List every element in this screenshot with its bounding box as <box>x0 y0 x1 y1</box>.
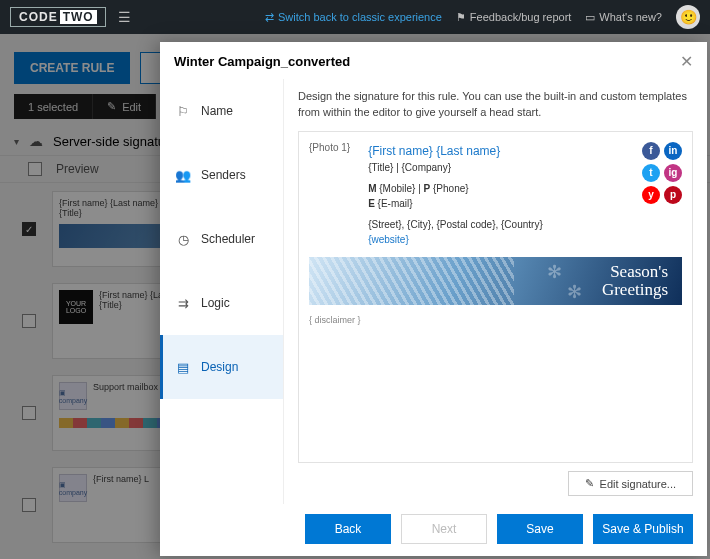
logo-text-1: CODE <box>19 10 58 24</box>
step-logic[interactable]: ⇉ Logic <box>160 271 283 335</box>
logo: CODETWO <box>10 7 106 27</box>
page: CREATE RULE 1 selected ✎Edit ▾ ☁ Server-… <box>0 34 710 559</box>
feedback-label: Feedback/bug report <box>470 11 572 23</box>
close-icon[interactable]: ✕ <box>680 52 693 71</box>
whats-new-label: What's new? <box>599 11 662 23</box>
save-publish-button[interactable]: Save & Publish <box>593 514 693 544</box>
sig-address: {Street}, {City}, {Postal code}, {Countr… <box>368 217 624 232</box>
seasons-greetings-banner: ✻ ✻ Season's Greetings <box>309 257 682 305</box>
whats-new-link[interactable]: ▭ What's new? <box>585 11 662 24</box>
pencil-icon: ✎ <box>585 477 594 490</box>
step-label: Senders <box>201 168 246 182</box>
step-label: Name <box>201 104 233 118</box>
save-button[interactable]: Save <box>497 514 583 544</box>
edit-signature-label: Edit signature... <box>600 478 676 490</box>
feedback-icon: ⚑ <box>456 11 466 24</box>
back-button[interactable]: Back <box>305 514 391 544</box>
sig-name: {First name} {Last name} <box>368 142 624 160</box>
step-label: Scheduler <box>201 232 255 246</box>
sig-title-line: {Title} | {Company} <box>368 160 624 175</box>
menu-icon[interactable]: ☰ <box>118 9 131 25</box>
book-icon: ▭ <box>585 11 595 24</box>
switch-experience-link[interactable]: ⇄ Switch back to classic experience <box>265 11 442 24</box>
logo-text-2: TWO <box>60 10 97 24</box>
branch-icon: ⇉ <box>175 295 191 311</box>
wizard-steps: ⚐ Name 👥 Senders ◷ Scheduler ⇉ Logic ▤ <box>160 79 284 504</box>
edit-signature-button[interactable]: ✎ Edit signature... <box>568 471 693 496</box>
photo-placeholder: {Photo 1} <box>309 142 350 247</box>
step-description: Design the signature for this rule. You … <box>298 89 693 121</box>
design-icon: ▤ <box>175 359 191 375</box>
step-label: Logic <box>201 296 230 310</box>
swap-icon: ⇄ <box>265 11 274 24</box>
feedback-link[interactable]: ⚑ Feedback/bug report <box>456 11 572 24</box>
rule-wizard-panel: Winter Campaign_converted ✕ ⚐ Name 👥 Sen… <box>160 42 707 556</box>
top-bar: CODETWO ☰ ⇄ Switch back to classic exper… <box>0 0 710 34</box>
facebook-icon[interactable]: f <box>642 142 660 160</box>
instagram-icon[interactable]: ig <box>664 164 682 182</box>
disclaimer-placeholder: { disclaimer } <box>309 315 682 325</box>
step-design[interactable]: ▤ Design <box>160 335 283 399</box>
signature-preview: {Photo 1} {First name} {Last name} {Titl… <box>298 131 693 463</box>
sig-website: {website} <box>368 232 624 247</box>
youtube-icon[interactable]: y <box>642 186 660 204</box>
step-name[interactable]: ⚐ Name <box>160 79 283 143</box>
social-icons: f in t ig y p <box>642 142 682 247</box>
switch-experience-label: Switch back to classic experience <box>278 11 442 23</box>
wizard-footer: Back Next Save Save & Publish <box>160 504 707 556</box>
step-label: Design <box>201 360 238 374</box>
sig-phone-line: M {Mobile} | P {Phone} <box>368 181 624 196</box>
linkedin-icon[interactable]: in <box>664 142 682 160</box>
clock-icon: ◷ <box>175 231 191 247</box>
panel-title: Winter Campaign_converted <box>174 54 350 69</box>
step-scheduler[interactable]: ◷ Scheduler <box>160 207 283 271</box>
twitter-icon[interactable]: t <box>642 164 660 182</box>
sig-email-line: E {E-mail} <box>368 196 624 211</box>
pinterest-icon[interactable]: p <box>664 186 682 204</box>
next-button: Next <box>401 514 487 544</box>
step-senders[interactable]: 👥 Senders <box>160 143 283 207</box>
tag-icon: ⚐ <box>175 103 191 119</box>
people-icon: 👥 <box>175 167 191 183</box>
avatar[interactable]: 🙂 <box>676 5 700 29</box>
